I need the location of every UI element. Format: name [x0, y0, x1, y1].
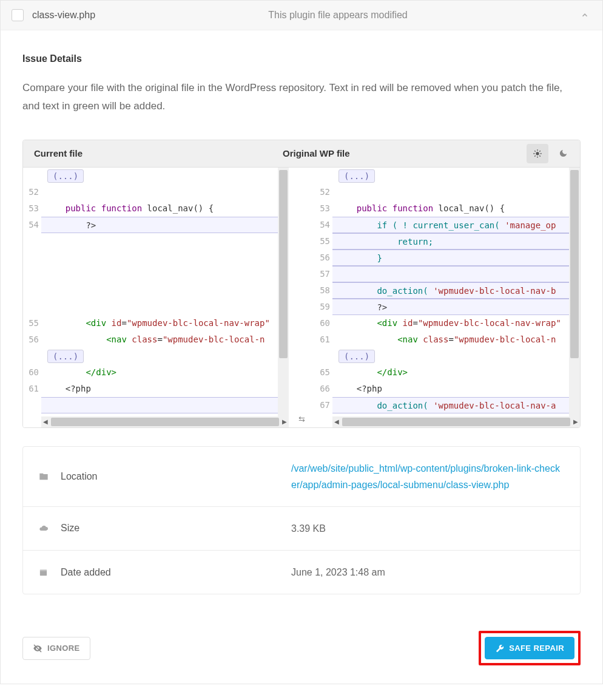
select-checkbox[interactable] [12, 9, 24, 21]
left-vertical-scrollbar[interactable] [278, 168, 289, 416]
meta-value-size: 3.39 KB [291, 520, 564, 537]
meta-value-location[interactable]: /var/web/site/public_html/wp-content/plu… [291, 460, 564, 493]
left-code: (...) public function local_nav() { ?> <… [41, 168, 278, 416]
wrench-icon [495, 644, 504, 653]
issue-description: Compare your file with the original file… [22, 79, 581, 115]
right-horizontal-scrollbar[interactable]: ◀▶ [332, 416, 580, 427]
calendar-icon [39, 568, 53, 577]
dark-theme-button[interactable] [552, 144, 574, 163]
safe-repair-label: SAFE REPAIR [509, 644, 564, 653]
safe-repair-button[interactable]: SAFE REPAIR [485, 637, 574, 659]
diff-viewer: Current file Original WP file [22, 140, 581, 428]
meta-row-size: Size 3.39 KB [23, 507, 580, 551]
diff-left-label: Current file [23, 141, 272, 166]
left-line-numbers: 52 53 54 55 56 60 61 [23, 168, 41, 416]
meta-row-date: Date added June 1, 2023 1:48 am [23, 551, 580, 594]
svg-line-5 [534, 151, 535, 151]
meta-value-date: June 1, 2023 1:48 am [291, 564, 564, 580]
meta-row-location: Location /var/web/site/public_html/wp-co… [23, 447, 580, 507]
light-theme-button[interactable] [527, 144, 548, 163]
svg-line-7 [534, 155, 535, 156]
ignore-button[interactable]: IGNORE [22, 637, 90, 660]
ignore-label: IGNORE [47, 644, 80, 653]
accordion-header[interactable]: class-view.php This plugin file appears … [1, 1, 602, 30]
safe-repair-highlight: SAFE REPAIR [479, 631, 581, 665]
diff-right-pane[interactable]: 52 53 54 55 56 57 58 59 60 61 65 [314, 168, 580, 427]
svg-line-8 [539, 151, 540, 151]
svg-rect-10 [40, 569, 47, 571]
svg-line-6 [539, 155, 540, 156]
right-vertical-scrollbar[interactable] [569, 168, 580, 416]
sync-scroll-icon: ⇆ [298, 415, 305, 424]
right-line-numbers: 52 53 54 55 56 57 58 59 60 61 65 [314, 168, 332, 416]
moon-icon [559, 149, 568, 158]
fold-marker[interactable]: (...) [47, 169, 84, 183]
diff-gutter: ⇆ [289, 168, 314, 427]
meta-label: Size [61, 523, 291, 534]
folder-icon [39, 472, 53, 481]
file-name: class-view.php [32, 10, 95, 21]
fold-marker[interactable]: (...) [339, 350, 375, 363]
sun-icon [533, 149, 542, 158]
right-code: (...) public function local_nav() { if (… [332, 168, 569, 416]
diff-left-pane[interactable]: 52 53 54 55 56 60 61 [23, 168, 289, 427]
eye-off-icon [33, 644, 42, 653]
file-status: This plugin file appears modified [95, 10, 581, 21]
left-horizontal-scrollbar[interactable]: ◀▶ [41, 416, 289, 427]
cloud-icon [39, 523, 53, 533]
meta-label: Location [61, 471, 291, 482]
fold-marker[interactable]: (...) [339, 169, 375, 183]
file-metadata: Location /var/web/site/public_html/wp-co… [22, 446, 581, 595]
chevron-up-icon [581, 11, 589, 19]
meta-label: Date added [61, 567, 291, 578]
fold-marker[interactable]: (...) [47, 350, 84, 363]
diff-right-label: Original WP file [272, 141, 520, 166]
issue-details-heading: Issue Details [22, 53, 581, 64]
svg-point-0 [536, 152, 539, 155]
